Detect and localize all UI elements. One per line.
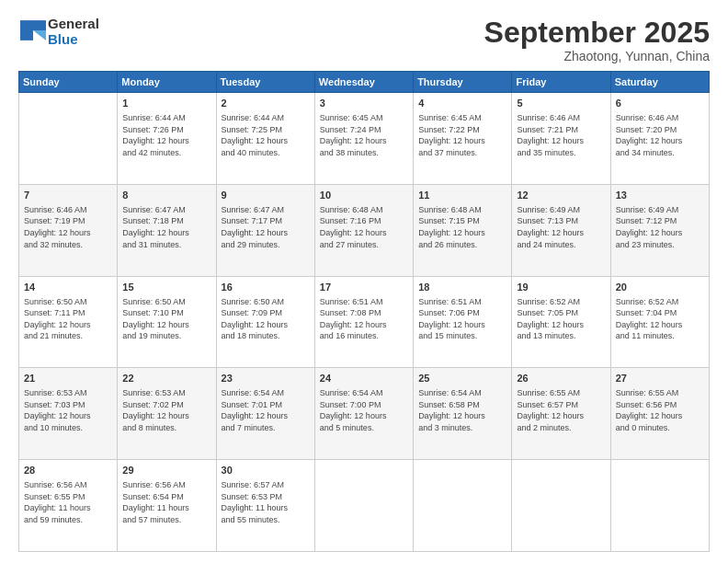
cell-info: Sunrise: 6:55 AMSunset: 6:56 PMDaylight:… [616, 387, 704, 433]
day-number: 9 [222, 189, 310, 202]
col-tuesday: Tuesday [216, 72, 314, 93]
title-section: September 2025 Zhaotong, Yunnan, China [484, 17, 710, 63]
table-row: 1Sunrise: 6:44 AMSunset: 7:26 PMDaylight… [118, 93, 216, 185]
cell-info: Sunrise: 6:44 AMSunset: 7:25 PMDaylight:… [222, 112, 310, 158]
cell-info: Sunrise: 6:47 AMSunset: 7:18 PMDaylight:… [122, 204, 210, 250]
svg-marker-1 [33, 20, 46, 30]
table-row: 30Sunrise: 6:57 AMSunset: 6:53 PMDayligh… [216, 460, 314, 552]
table-row: 16Sunrise: 6:50 AMSunset: 7:09 PMDayligh… [216, 276, 314, 368]
table-row [414, 460, 512, 552]
day-number: 27 [616, 372, 704, 385]
cell-info: Sunrise: 6:53 AMSunset: 7:02 PMDaylight:… [122, 387, 210, 433]
table-row: 22Sunrise: 6:53 AMSunset: 7:02 PMDayligh… [118, 368, 216, 460]
table-row: 24Sunrise: 6:54 AMSunset: 7:00 PMDayligh… [314, 368, 413, 460]
table-row: 5Sunrise: 6:46 AMSunset: 7:21 PMDaylight… [512, 93, 610, 185]
cell-info: Sunrise: 6:53 AMSunset: 7:03 PMDaylight:… [24, 387, 112, 433]
col-friday: Friday [512, 72, 610, 93]
day-number: 10 [320, 189, 408, 202]
day-number: 22 [122, 372, 210, 385]
table-row: 12Sunrise: 6:49 AMSunset: 7:13 PMDayligh… [512, 184, 610, 276]
cell-info: Sunrise: 6:47 AMSunset: 7:17 PMDaylight:… [222, 204, 310, 250]
logo-icon [20, 20, 46, 40]
day-number: 5 [517, 97, 605, 110]
table-row [512, 460, 610, 552]
cell-info: Sunrise: 6:49 AMSunset: 7:13 PMDaylight:… [517, 204, 605, 250]
table-row [19, 93, 118, 185]
cell-info: Sunrise: 6:50 AMSunset: 7:09 PMDaylight:… [222, 296, 310, 342]
cell-info: Sunrise: 6:46 AMSunset: 7:19 PMDaylight:… [24, 204, 112, 250]
logo: General Blue [18, 17, 99, 47]
cell-info: Sunrise: 6:48 AMSunset: 7:16 PMDaylight:… [320, 204, 408, 250]
table-row: 4Sunrise: 6:45 AMSunset: 7:22 PMDaylight… [414, 93, 512, 185]
table-row: 26Sunrise: 6:55 AMSunset: 6:57 PMDayligh… [512, 368, 610, 460]
svg-marker-2 [33, 30, 46, 40]
col-monday: Monday [118, 72, 216, 93]
col-saturday: Saturday [610, 72, 709, 93]
table-row: 27Sunrise: 6:55 AMSunset: 6:56 PMDayligh… [610, 368, 709, 460]
day-number: 25 [418, 372, 506, 385]
day-number: 26 [517, 372, 605, 385]
cell-info: Sunrise: 6:45 AMSunset: 7:24 PMDaylight:… [320, 112, 408, 158]
cell-info: Sunrise: 6:48 AMSunset: 7:15 PMDaylight:… [418, 204, 506, 250]
table-row: 23Sunrise: 6:54 AMSunset: 7:01 PMDayligh… [216, 368, 314, 460]
table-row: 21Sunrise: 6:53 AMSunset: 7:03 PMDayligh… [19, 368, 118, 460]
cell-info: Sunrise: 6:50 AMSunset: 7:11 PMDaylight:… [24, 296, 112, 342]
cell-info: Sunrise: 6:49 AMSunset: 7:12 PMDaylight:… [616, 204, 704, 250]
cell-info: Sunrise: 6:51 AMSunset: 7:08 PMDaylight:… [320, 296, 408, 342]
table-row: 20Sunrise: 6:52 AMSunset: 7:04 PMDayligh… [610, 276, 709, 368]
day-number: 16 [222, 281, 310, 294]
cell-info: Sunrise: 6:51 AMSunset: 7:06 PMDaylight:… [418, 296, 506, 342]
col-sunday: Sunday [19, 72, 118, 93]
table-row: 9Sunrise: 6:47 AMSunset: 7:17 PMDaylight… [216, 184, 314, 276]
day-number: 12 [517, 189, 605, 202]
table-row: 29Sunrise: 6:56 AMSunset: 6:54 PMDayligh… [118, 460, 216, 552]
table-row: 18Sunrise: 6:51 AMSunset: 7:06 PMDayligh… [414, 276, 512, 368]
day-number: 21 [24, 372, 112, 385]
cell-info: Sunrise: 6:45 AMSunset: 7:22 PMDaylight:… [418, 112, 506, 158]
cell-info: Sunrise: 6:50 AMSunset: 7:10 PMDaylight:… [122, 296, 210, 342]
day-number: 24 [320, 372, 408, 385]
calendar-header-row: Sunday Monday Tuesday Wednesday Thursday… [19, 72, 710, 93]
day-number: 3 [320, 97, 408, 110]
day-number: 2 [222, 97, 310, 110]
table-row: 11Sunrise: 6:48 AMSunset: 7:15 PMDayligh… [414, 184, 512, 276]
day-number: 18 [418, 281, 506, 294]
cell-info: Sunrise: 6:52 AMSunset: 7:05 PMDaylight:… [517, 296, 605, 342]
cell-info: Sunrise: 6:54 AMSunset: 7:00 PMDaylight:… [320, 387, 408, 433]
location-subtitle: Zhaotong, Yunnan, China [484, 49, 710, 63]
table-row: 15Sunrise: 6:50 AMSunset: 7:10 PMDayligh… [118, 276, 216, 368]
table-row: 8Sunrise: 6:47 AMSunset: 7:18 PMDaylight… [118, 184, 216, 276]
logo-text-blue: Blue [48, 32, 99, 48]
calendar-table: Sunday Monday Tuesday Wednesday Thursday… [18, 71, 710, 552]
day-number: 13 [616, 189, 704, 202]
col-wednesday: Wednesday [314, 72, 413, 93]
table-row [314, 460, 413, 552]
month-title: September 2025 [484, 17, 710, 49]
table-row: 7Sunrise: 6:46 AMSunset: 7:19 PMDaylight… [19, 184, 118, 276]
cell-info: Sunrise: 6:44 AMSunset: 7:26 PMDaylight:… [122, 112, 210, 158]
day-number: 23 [222, 372, 310, 385]
day-number: 30 [222, 464, 310, 477]
day-number: 17 [320, 281, 408, 294]
table-row: 19Sunrise: 6:52 AMSunset: 7:05 PMDayligh… [512, 276, 610, 368]
table-row: 28Sunrise: 6:56 AMSunset: 6:55 PMDayligh… [19, 460, 118, 552]
table-row: 2Sunrise: 6:44 AMSunset: 7:25 PMDaylight… [216, 93, 314, 185]
table-row [610, 460, 709, 552]
day-number: 6 [616, 97, 704, 110]
day-number: 14 [24, 281, 112, 294]
table-row: 10Sunrise: 6:48 AMSunset: 7:16 PMDayligh… [314, 184, 413, 276]
logo-text-general: General [48, 17, 99, 32]
cell-info: Sunrise: 6:56 AMSunset: 6:54 PMDaylight:… [122, 479, 210, 525]
cell-info: Sunrise: 6:46 AMSunset: 7:20 PMDaylight:… [616, 112, 704, 158]
day-number: 1 [122, 97, 210, 110]
day-number: 7 [24, 189, 112, 202]
cell-info: Sunrise: 6:57 AMSunset: 6:53 PMDaylight:… [222, 479, 310, 525]
cell-info: Sunrise: 6:54 AMSunset: 6:58 PMDaylight:… [418, 387, 506, 433]
cell-info: Sunrise: 6:54 AMSunset: 7:01 PMDaylight:… [222, 387, 310, 433]
table-row: 17Sunrise: 6:51 AMSunset: 7:08 PMDayligh… [314, 276, 413, 368]
day-number: 11 [418, 189, 506, 202]
cell-info: Sunrise: 6:46 AMSunset: 7:21 PMDaylight:… [517, 112, 605, 158]
cell-info: Sunrise: 6:55 AMSunset: 6:57 PMDaylight:… [517, 387, 605, 433]
day-number: 29 [122, 464, 210, 477]
table-row: 6Sunrise: 6:46 AMSunset: 7:20 PMDaylight… [610, 93, 709, 185]
